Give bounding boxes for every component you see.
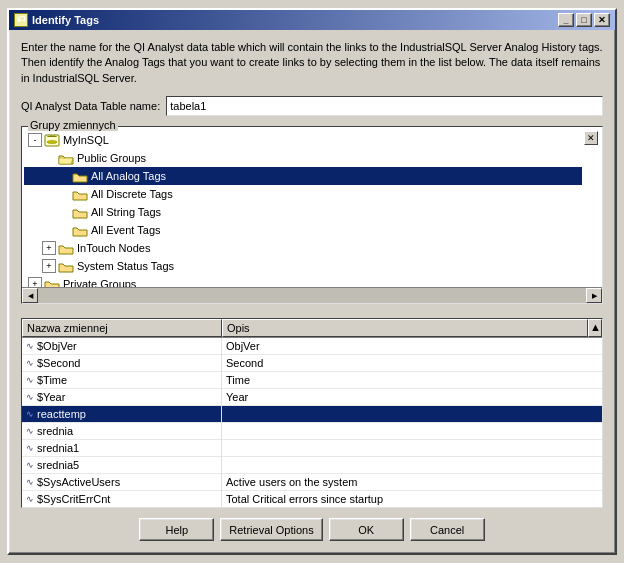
table-row[interactable]: ∿$ObjVer ObjVer [22, 338, 602, 355]
cell-name-5: ∿srednia [22, 423, 222, 440]
ok-button[interactable]: OK [329, 518, 404, 541]
cell-name-0: ∿$ObjVer [22, 338, 222, 355]
tree-item-all-analog[interactable]: All Analog Tags [24, 167, 582, 185]
cell-desc-1: Second [222, 355, 602, 372]
cell-desc-0: ObjVer [222, 338, 602, 355]
folder-icon-all-string [72, 206, 88, 219]
tree-scroll-area[interactable]: - MyInSQL [22, 127, 602, 287]
tree-group-title: Grupy zmiennych [28, 119, 118, 131]
table-row[interactable]: ∿$SysCritErrCnt Total Critical errors si… [22, 491, 602, 508]
folder-icon-all-analog [72, 170, 88, 183]
content-area: Enter the name for the QI Analyst data t… [9, 30, 615, 553]
space-all-string [56, 205, 70, 219]
table-name-label: QI Analyst Data Table name: [21, 100, 160, 112]
tree-h-scrollbar[interactable]: ◀ ▶ [22, 287, 602, 303]
button-row: Help Retrieval Options OK Cancel [21, 514, 603, 545]
main-window: 🏷 Identify Tags _ □ ✕ Enter the name for… [7, 8, 617, 555]
desc-line1: Enter the name for the QI Analyst data t… [21, 40, 603, 55]
tree-scroll-track [38, 288, 586, 303]
table-row[interactable]: ∿srednia5 [22, 457, 602, 474]
retrieval-options-button[interactable]: Retrieval Options [220, 518, 322, 541]
cell-name-2: ∿$Time [22, 372, 222, 389]
expander-myinsql[interactable]: - [28, 133, 42, 147]
table-name-input[interactable] [166, 96, 603, 116]
table-row[interactable]: ∿srednia1 [22, 440, 602, 457]
cell-name-8: ∿$SysActiveUsers [22, 474, 222, 491]
tag-icon-2: ∿ [26, 375, 34, 385]
cell-name-7: ∿srednia5 [22, 457, 222, 474]
tree-label-all-string: All String Tags [91, 206, 161, 218]
tree-label-system-status: System Status Tags [77, 260, 174, 272]
expander-private-groups[interactable]: + [28, 277, 42, 287]
tree-item-private-groups[interactable]: + Private Groups [24, 275, 582, 287]
help-button[interactable]: Help [139, 518, 214, 541]
table-row[interactable]: ∿reacttemp [22, 406, 602, 423]
tree-label-private-groups: Private Groups [63, 278, 136, 287]
window-title: Identify Tags [32, 14, 99, 26]
description-text: Enter the name for the QI Analyst data t… [21, 40, 603, 86]
tree-item-all-string[interactable]: All String Tags [24, 203, 582, 221]
cell-name-6: ∿srednia1 [22, 440, 222, 457]
folder-icon-system-status [58, 260, 74, 273]
table-name-row: QI Analyst Data Table name: [21, 96, 603, 116]
tag-icon-0: ∿ [26, 341, 34, 351]
tree-groupbox: Grupy zmiennych ✕ - [21, 126, 603, 304]
col-header-desc: Opis [222, 319, 588, 337]
open-folder-icon-public [58, 152, 74, 165]
tag-icon-7: ∿ [26, 460, 34, 470]
table-row[interactable]: ∿$Year Year [22, 389, 602, 406]
tree-label-public-groups: Public Groups [77, 152, 146, 164]
close-window-button[interactable]: ✕ [594, 13, 610, 27]
db-icon [44, 134, 60, 147]
cell-name-9: ∿$SysCritErrCnt [22, 491, 222, 508]
tag-icon-4: ∿ [26, 409, 34, 419]
folder-icon-all-event [72, 224, 88, 237]
tag-icon-1: ∿ [26, 358, 34, 368]
cell-name-1: ∿$Second [22, 355, 222, 372]
cancel-button[interactable]: Cancel [410, 518, 485, 541]
tag-icon-5: ∿ [26, 426, 34, 436]
tree-item-intouch[interactable]: + InTouch Nodes [24, 239, 582, 257]
table-row[interactable]: ∿$SysActiveUsers Active users on the sys… [22, 474, 602, 491]
tree-scroll-right[interactable]: ▶ [586, 288, 602, 303]
tree-label-all-event: All Event Tags [91, 224, 161, 236]
tree-scroll-left[interactable]: ◀ [22, 288, 38, 303]
tree-item-all-discrete[interactable]: All Discrete Tags [24, 185, 582, 203]
svg-point-3 [47, 140, 57, 143]
cell-desc-4 [222, 406, 602, 423]
sort-icon[interactable]: ▲ [588, 319, 602, 337]
cell-name-3: ∿$Year [22, 389, 222, 406]
space-all-discrete [56, 187, 70, 201]
tree-item-all-event[interactable]: All Event Tags [24, 221, 582, 239]
title-controls: _ □ ✕ [558, 13, 610, 27]
tree-label-all-analog: All Analog Tags [91, 170, 166, 182]
cell-desc-7 [222, 457, 602, 474]
table-row[interactable]: ∿$Second Second [22, 355, 602, 372]
col-header-name: Nazwa zmiennej [22, 319, 222, 337]
minimize-button[interactable]: _ [558, 13, 574, 27]
tag-table[interactable]: Nazwa zmiennej Opis ▲ ∿$ObjVer ObjVer ∿$… [21, 318, 603, 508]
table-row[interactable]: ∿$Time Time [22, 372, 602, 389]
space-all-analog [56, 169, 70, 183]
desc-line2: Then identify the Analog Tags that you w… [21, 55, 603, 70]
tree-item-public-groups[interactable]: Public Groups [24, 149, 582, 167]
tag-icon-9: ∿ [26, 494, 34, 504]
tree-item-myinsql[interactable]: - MyInSQL [24, 131, 582, 149]
cell-desc-2: Time [222, 372, 602, 389]
expander-intouch[interactable]: + [42, 241, 56, 255]
table-header: Nazwa zmiennej Opis ▲ [22, 319, 602, 338]
folder-icon-private-groups [44, 278, 60, 288]
cell-desc-6 [222, 440, 602, 457]
title-bar: 🏷 Identify Tags _ □ ✕ [9, 10, 615, 30]
table-row[interactable]: ∿srednia [22, 423, 602, 440]
expander-system-status[interactable]: + [42, 259, 56, 273]
cell-desc-5 [222, 423, 602, 440]
tag-icon-6: ∿ [26, 443, 34, 453]
space-public-groups [42, 151, 56, 165]
tree-close-button[interactable]: ✕ [584, 131, 598, 145]
tag-icon-8: ∿ [26, 477, 34, 487]
maximize-button[interactable]: □ [576, 13, 592, 27]
tree-label-myinsql: MyInSQL [63, 134, 109, 146]
tree-item-system-status[interactable]: + System Status Tags [24, 257, 582, 275]
tag-icon-3: ∿ [26, 392, 34, 402]
